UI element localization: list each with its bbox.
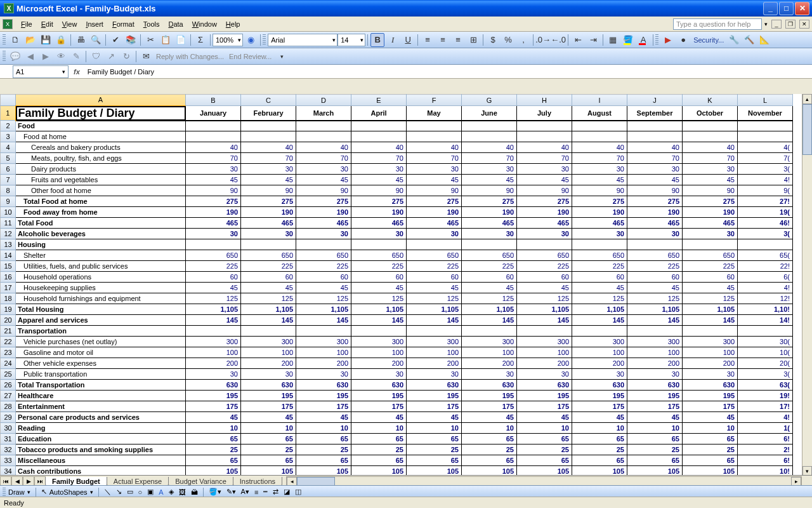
col-header-B[interactable]: B [186, 95, 241, 106]
cell-J9[interactable]: 275 [627, 196, 683, 207]
cell-G26[interactable]: 630 [462, 380, 517, 391]
cell-A17[interactable]: Housekeeping supplies [16, 283, 186, 293]
wordart-icon[interactable]: A [159, 488, 163, 496]
help-icon[interactable]: ◉ [244, 33, 258, 47]
cell-B13[interactable] [186, 239, 241, 250]
cell-F33[interactable]: 65 [407, 455, 462, 466]
cell-L13[interactable] [738, 239, 793, 250]
cell-F17[interactable]: 45 [407, 283, 462, 293]
cell-I9[interactable]: 275 [572, 196, 627, 207]
col-header-F[interactable]: F [407, 95, 462, 106]
cell-J3[interactable] [627, 131, 683, 142]
col-header-A[interactable]: A [16, 95, 186, 106]
paste-icon[interactable]: 📄 [174, 33, 188, 47]
cell-D19[interactable]: 1,105 [296, 304, 351, 315]
cell-K5[interactable]: 70 [683, 153, 738, 164]
cell-D6[interactable]: 30 [296, 164, 351, 175]
cell-C13[interactable] [241, 239, 296, 250]
cell-C21[interactable] [241, 326, 296, 337]
cell-D32[interactable]: 25 [296, 444, 351, 455]
cell-C9[interactable]: 275 [241, 196, 296, 207]
shadow-icon[interactable]: ◪ [284, 488, 290, 496]
cell-K12[interactable]: 30 [683, 229, 738, 239]
currency-icon[interactable]: $ [486, 33, 500, 47]
cell-C26[interactable]: 630 [241, 380, 296, 391]
row-header-18[interactable]: 18 [1, 293, 16, 304]
row-header-15[interactable]: 15 [1, 261, 16, 272]
cell-B8[interactable]: 90 [186, 185, 241, 196]
vscroll-thumb[interactable] [802, 104, 812, 155]
cell-I6[interactable]: 30 [572, 164, 627, 175]
bold-button[interactable]: B [370, 33, 384, 47]
cell-D11[interactable]: 465 [296, 218, 351, 229]
dec-indent-icon[interactable]: ⇤ [571, 33, 585, 47]
cell-D10[interactable]: 190 [296, 207, 351, 218]
cell-D12[interactable]: 30 [296, 229, 351, 239]
cell-H15[interactable]: 225 [517, 261, 572, 272]
cell-G3[interactable] [462, 131, 517, 142]
cell-K24[interactable]: 200 [683, 358, 738, 369]
cell-L22[interactable]: 30( [738, 337, 793, 347]
cell-A14[interactable]: Shelter [16, 250, 186, 261]
row-header-26[interactable]: 26 [1, 380, 16, 391]
minimize-button[interactable]: _ [763, 2, 778, 15]
cell-F18[interactable]: 125 [407, 293, 462, 304]
comma-icon[interactable]: , [516, 33, 530, 47]
cell-L20[interactable]: 14! [738, 315, 793, 326]
cell-F28[interactable]: 175 [407, 401, 462, 412]
cell-K4[interactable]: 40 [683, 142, 738, 153]
cell-F10[interactable]: 190 [407, 207, 462, 218]
row-header-31[interactable]: 31 [1, 434, 16, 444]
cell-G24[interactable]: 200 [462, 358, 517, 369]
cell-J17[interactable]: 45 [627, 283, 683, 293]
cell-K31[interactable]: 65 [683, 434, 738, 444]
cell-E6[interactable]: 30 [351, 164, 407, 175]
cell-H25[interactable]: 30 [517, 369, 572, 380]
cell-B11[interactable]: 465 [186, 218, 241, 229]
cell-I28[interactable]: 175 [572, 401, 627, 412]
cell-C12[interactable]: 30 [241, 229, 296, 239]
cell-H3[interactable] [517, 131, 572, 142]
cell-I31[interactable]: 65 [572, 434, 627, 444]
col-header-K[interactable]: K [683, 95, 738, 106]
spell-icon[interactable]: ✔ [108, 33, 122, 47]
cell-K10[interactable]: 190 [683, 207, 738, 218]
copy-icon[interactable]: 📋 [159, 33, 173, 47]
new-icon[interactable]: 🗋 [8, 33, 22, 47]
row-header-12[interactable]: 12 [1, 229, 16, 239]
cell-L29[interactable]: 4! [738, 412, 793, 423]
cell-F19[interactable]: 1,105 [407, 304, 462, 315]
row-header-13[interactable]: 13 [1, 239, 16, 250]
row-header-17[interactable]: 17 [1, 283, 16, 293]
cell-L33[interactable]: 6! [738, 455, 793, 466]
cell-F27[interactable]: 195 [407, 391, 462, 401]
cell-F13[interactable] [407, 239, 462, 250]
cell-D13[interactable] [296, 239, 351, 250]
line-icon[interactable]: ＼ [104, 487, 111, 497]
comment-new-icon[interactable]: 💬 [8, 50, 22, 64]
menu-tools[interactable]: Tools [139, 18, 164, 30]
cell-J2[interactable] [627, 121, 683, 131]
doc-icon[interactable]: X [3, 19, 13, 29]
cell-H21[interactable] [517, 326, 572, 337]
cell-F29[interactable]: 45 [407, 412, 462, 423]
row-header-33[interactable]: 33 [1, 455, 16, 466]
cell-A7[interactable]: Fruits and vegetables [16, 175, 186, 185]
cell-K17[interactable]: 45 [683, 283, 738, 293]
cell-I30[interactable]: 10 [572, 423, 627, 434]
cell-F23[interactable]: 100 [407, 347, 462, 358]
cell-B22[interactable]: 300 [186, 337, 241, 347]
cell-I29[interactable]: 45 [572, 412, 627, 423]
cell-K27[interactable]: 195 [683, 391, 738, 401]
vba-icon[interactable]: 🔧 [727, 33, 741, 47]
toolbar-grip[interactable] [3, 34, 6, 46]
cell-E21[interactable] [351, 326, 407, 337]
arrow-icon[interactable]: ↘ [116, 488, 122, 496]
cell-L28[interactable]: 17! [738, 401, 793, 412]
security-button[interactable]: Security... [691, 36, 726, 44]
cell-L6[interactable]: 3( [738, 164, 793, 175]
cell-A3[interactable]: Food at home [16, 131, 186, 142]
cell-B25[interactable]: 30 [186, 369, 241, 380]
cell-A21[interactable]: Transportation [16, 326, 186, 337]
comment-prev-icon[interactable]: ◀ [23, 50, 37, 64]
